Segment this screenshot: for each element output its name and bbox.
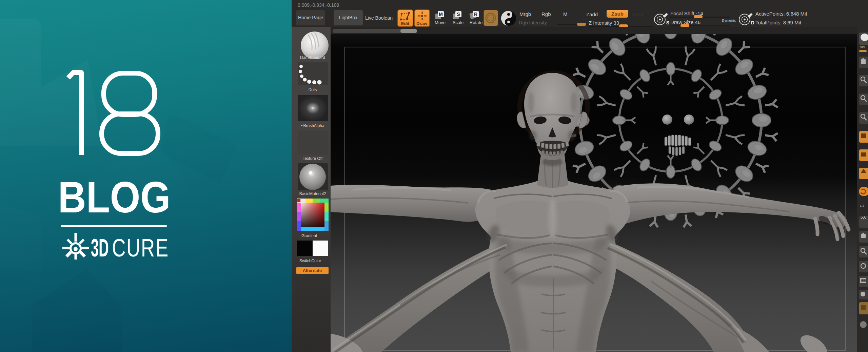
svg-text:Dots: Dots — [309, 87, 317, 92]
svg-text:CURE: CURE — [112, 234, 169, 262]
svg-text:Rotate: Rotate — [470, 20, 482, 25]
svg-text:M: M — [439, 12, 443, 17]
svg-text:R: R — [474, 12, 477, 17]
svg-text:Draw: Draw — [416, 21, 428, 26]
svg-text:Move: Move — [435, 20, 446, 25]
svg-text:3D: 3D — [91, 234, 109, 262]
svg-text:S: S — [666, 20, 669, 25]
svg-text:~BrushAlpha: ~BrushAlpha — [301, 123, 324, 128]
svg-text:Alternate: Alternate — [303, 268, 322, 273]
svg-text:L.S: L.S — [860, 204, 865, 207]
svg-text:SPi: SPi — [860, 45, 865, 49]
svg-text:Scale: Scale — [453, 20, 464, 25]
svg-text:SwitchColor: SwitchColor — [299, 258, 321, 263]
svg-text:DamStandard: DamStandard — [300, 55, 325, 60]
svg-text:BasicMaterial2: BasicMaterial2 — [299, 191, 326, 196]
svg-text:Gradient: Gradient — [301, 233, 317, 238]
svg-text:Edit: Edit — [401, 21, 410, 26]
svg-text:Texture Off: Texture Off — [303, 156, 323, 161]
svg-text:S: S — [457, 12, 460, 17]
svg-text:D: D — [751, 20, 754, 25]
